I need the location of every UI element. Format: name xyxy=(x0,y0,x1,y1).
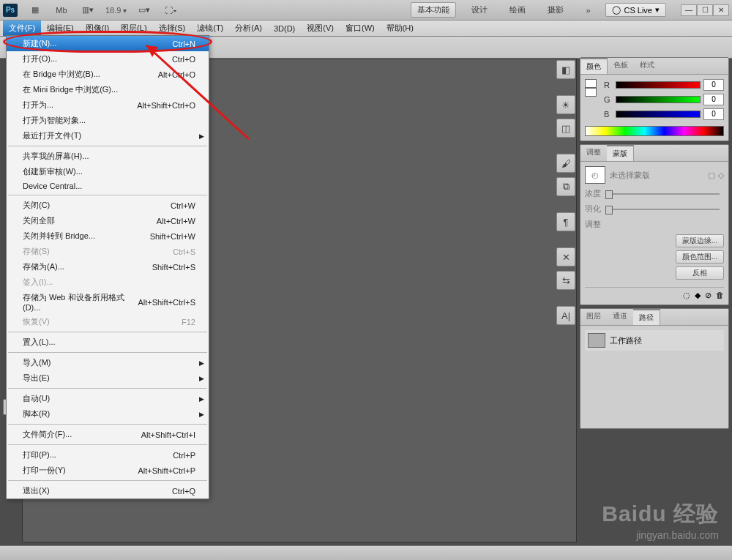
file-menu-item[interactable]: 恢复(V)F12 xyxy=(7,314,209,329)
panels-dock: 颜色 色板 样式 R 0 G xyxy=(580,57,729,429)
close-button[interactable]: ✕ xyxy=(713,4,729,16)
clone-icon[interactable]: ⧉ xyxy=(556,177,575,196)
brightness-icon[interactable]: ☀ xyxy=(556,95,575,114)
file-menu-item[interactable]: 存储为 Web 和设备所用格式(D)...Alt+Shift+Ctrl+S xyxy=(7,290,209,314)
menu-analysis[interactable]: 分析(A) xyxy=(229,20,268,36)
file-menu-item[interactable]: 打开为...Alt+Shift+Ctrl+O xyxy=(7,97,209,113)
file-menu-item[interactable]: 在 Bridge 中浏览(B)...Alt+Ctrl+O xyxy=(7,67,209,82)
file-menu-item[interactable]: 签入(I)... xyxy=(7,275,209,290)
value-r[interactable]: 0 xyxy=(703,79,724,91)
file-menu-item[interactable]: 关闭并转到 Bridge...Shift+Ctrl+W xyxy=(7,228,209,244)
channel-g-label: G xyxy=(604,95,613,104)
file-menu-item[interactable]: 文件简介(F)...Alt+Shift+Ctrl+I xyxy=(7,427,209,442)
workspace-photo[interactable]: 摄影 xyxy=(541,2,570,18)
file-menu-item[interactable]: 自动(U)▶ xyxy=(7,391,209,406)
path-item[interactable]: 工作路径 xyxy=(585,330,724,351)
workspace-paint[interactable]: 绘画 xyxy=(503,2,532,18)
file-menu-item[interactable]: 导出(E)▶ xyxy=(7,370,209,386)
tab-masks[interactable]: 蒙版 xyxy=(607,145,634,161)
tab-styles[interactable]: 样式 xyxy=(634,58,660,74)
channel-b-label: B xyxy=(604,110,613,119)
disable-mask-icon[interactable]: ⊘ xyxy=(705,291,712,300)
tab-swatches[interactable]: 色板 xyxy=(608,58,634,74)
slider-b[interactable] xyxy=(616,111,701,118)
file-menu-item[interactable]: 共享我的屏幕(H)... xyxy=(7,149,209,164)
load-selection-icon[interactable]: ◌ xyxy=(683,291,690,300)
zoom-level[interactable]: 18.9 ▾ xyxy=(105,6,127,15)
vector-mask-icon[interactable]: ◇ xyxy=(718,171,724,180)
menu-layer[interactable]: 图层(L) xyxy=(115,20,152,36)
swap-icon[interactable]: ⇆ xyxy=(556,271,575,290)
mask-edge-button[interactable]: 蒙版边缘... xyxy=(676,234,724,247)
menu-image[interactable]: 图像(I) xyxy=(80,20,115,36)
file-menu-item[interactable]: 最近打开文件(T)▶ xyxy=(7,128,209,143)
file-menu-item[interactable]: 打印(P)...Ctrl+P xyxy=(7,447,209,463)
density-slider[interactable] xyxy=(605,193,720,195)
file-menu-item[interactable]: 退出(X)Ctrl+Q xyxy=(7,483,209,499)
slider-r[interactable] xyxy=(616,81,701,89)
delete-mask-icon[interactable]: 🗑 xyxy=(716,291,724,300)
mask-thumbnail: ◴ xyxy=(585,166,605,184)
workspace-design[interactable]: 设计 xyxy=(465,2,494,18)
file-menu-item[interactable]: 存储(S)Ctrl+S xyxy=(7,244,209,259)
viewmode-icon[interactable]: ▭▾ xyxy=(135,3,153,18)
tab-layers[interactable]: 图层 xyxy=(580,309,607,325)
maximize-button[interactable]: ☐ xyxy=(697,4,713,16)
menu-window[interactable]: 窗口(W) xyxy=(340,20,381,36)
slider-g[interactable] xyxy=(616,96,701,103)
file-menu-item[interactable]: 打开(O)...Ctrl+O xyxy=(7,51,209,67)
tab-channels[interactable]: 通道 xyxy=(607,309,633,325)
tools-preset-icon[interactable]: ✕ xyxy=(556,247,575,266)
file-menu-item[interactable]: 新建(N)...Ctrl+N xyxy=(7,36,209,51)
file-menu-item[interactable]: 关闭(C)Ctrl+W xyxy=(7,198,209,213)
color-spectrum[interactable] xyxy=(585,126,724,136)
layers-mini-icon[interactable]: ◫ xyxy=(556,119,575,138)
apply-mask-icon[interactable]: ◆ xyxy=(695,291,701,300)
file-menu-item[interactable]: 置入(L)... xyxy=(7,335,209,350)
screenmode-icon[interactable]: ⛶▾ xyxy=(162,3,179,18)
file-menu-item[interactable]: 脚本(R)▶ xyxy=(7,406,209,422)
masks-panel: 调整 蒙版 ◴ 未选择蒙版 ▢ ◇ 浓度 羽化 xyxy=(580,144,729,305)
workspace-basic[interactable]: 基本功能 xyxy=(411,2,456,18)
file-menu-item[interactable]: 关闭全部Alt+Ctrl+W xyxy=(7,213,209,228)
color-range-button[interactable]: 颜色范围... xyxy=(676,250,724,264)
tab-color[interactable]: 颜色 xyxy=(580,58,608,74)
character-icon[interactable]: A| xyxy=(556,306,575,325)
file-menu-item[interactable]: 创建新审核(W)... xyxy=(7,164,209,179)
minimize-button[interactable]: — xyxy=(681,4,697,16)
invert-button[interactable]: 反相 xyxy=(676,266,724,280)
tab-adjustments[interactable]: 调整 xyxy=(580,145,607,161)
status-bar xyxy=(0,545,732,560)
value-b[interactable]: 0 xyxy=(703,108,724,120)
file-menu-item[interactable]: Device Central... xyxy=(7,179,209,193)
path-name: 工作路径 xyxy=(610,335,642,346)
file-menu-item[interactable]: 导入(M)▶ xyxy=(7,355,209,370)
tab-paths[interactable]: 路径 xyxy=(633,309,660,325)
feather-slider[interactable] xyxy=(605,209,720,210)
menu-edit[interactable]: 编辑(E) xyxy=(41,20,80,36)
file-menu-item[interactable]: 打开为智能对象... xyxy=(7,113,209,128)
brush-icon[interactable]: 🖌 xyxy=(556,154,575,173)
cslive-button[interactable]: ◯ CS Live ▾ xyxy=(605,3,666,17)
menu-view[interactable]: 视图(V) xyxy=(301,20,340,36)
menu-filter[interactable]: 滤镜(T) xyxy=(191,20,229,36)
menu-select[interactable]: 选择(S) xyxy=(153,20,192,36)
bridge-icon[interactable]: ▦ xyxy=(26,3,44,18)
workspace-more-icon[interactable]: » xyxy=(579,3,597,18)
value-g[interactable]: 0 xyxy=(703,94,724,105)
menu-help[interactable]: 帮助(H) xyxy=(381,20,419,36)
feather-label: 羽化 xyxy=(585,204,601,214)
file-menu-item[interactable]: 存储为(A)...Shift+Ctrl+S xyxy=(7,259,209,275)
color-picker-icon[interactable]: ◧ xyxy=(556,60,575,79)
minibridge-icon[interactable]: Mb xyxy=(53,3,70,18)
menu-3d[interactable]: 3D(D) xyxy=(268,22,301,35)
window-controls: — ☐ ✕ xyxy=(681,4,729,16)
file-menu-dropdown: 新建(N)...Ctrl+N打开(O)...Ctrl+O在 Bridge 中浏览… xyxy=(6,35,209,499)
file-menu-item[interactable]: 打印一份(Y)Alt+Shift+Ctrl+P xyxy=(7,463,209,478)
layout-icon[interactable]: ▥▾ xyxy=(79,3,97,18)
fg-bg-swatches[interactable] xyxy=(585,79,597,123)
pixel-mask-icon[interactable]: ▢ xyxy=(708,171,715,180)
paragraph-icon[interactable]: ¶ xyxy=(556,212,575,231)
file-menu-item[interactable]: 在 Mini Bridge 中浏览(G)... xyxy=(7,82,209,97)
menu-file[interactable]: 文件(F) xyxy=(3,20,41,36)
